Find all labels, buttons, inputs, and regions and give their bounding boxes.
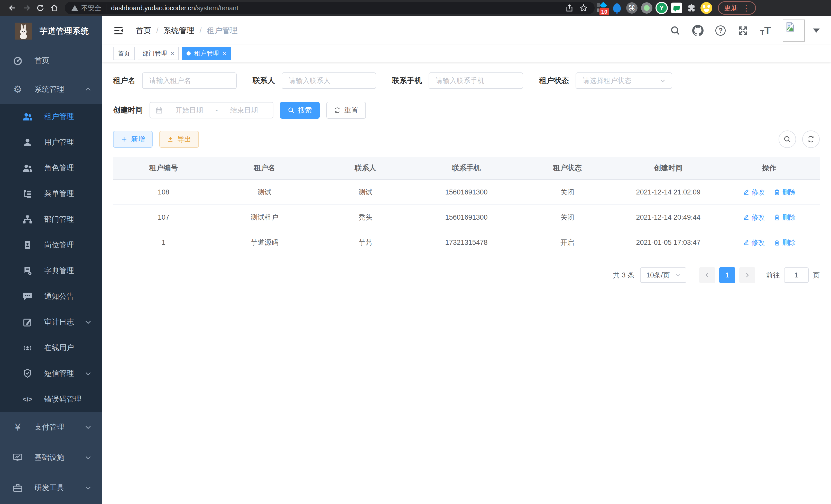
breadcrumb-home[interactable]: 首页 xyxy=(136,25,151,36)
edit-icon xyxy=(743,214,749,221)
trash-icon xyxy=(774,239,780,246)
chevron-down-icon xyxy=(659,77,666,84)
sidebar-item-pay[interactable]: ¥ 支付管理 xyxy=(0,412,102,442)
edit-link[interactable]: 修改 xyxy=(743,238,765,247)
sidebar-item-post[interactable]: 岗位管理 xyxy=(0,232,102,258)
tenant-name-input[interactable] xyxy=(142,72,237,89)
col-header-name: 租户名 xyxy=(214,163,315,173)
goto-page-input[interactable] xyxy=(784,267,809,283)
extension-tag-assistant-icon[interactable]: 10 xyxy=(595,1,609,15)
security-label[interactable]: 不安全 xyxy=(81,4,101,12)
close-icon[interactable]: × xyxy=(223,50,226,57)
tab-tenant[interactable]: 租户管理 × xyxy=(182,47,231,60)
sidebar-item-online-user[interactable]: 在线用户 xyxy=(0,335,102,361)
active-dot xyxy=(187,51,191,56)
pagination-total: 共 3 条 xyxy=(613,270,634,280)
filter-row-1: 租户名 联系人 联系手机 租户状态 请选择租户状态 xyxy=(113,72,820,89)
sidebar-item-dict[interactable]: 字典管理 xyxy=(0,258,102,284)
sidebar-item-home[interactable]: 首页 xyxy=(0,46,102,75)
sidebar-item-role[interactable]: 角色管理 xyxy=(0,155,102,181)
table-header-row: 租户编号 租户名 联系人 联系手机 租户状态 创建时间 操作 xyxy=(113,157,820,180)
sidebar-item-system[interactable]: ⚙ 系统管理 xyxy=(0,75,102,104)
browser-reload-icon[interactable] xyxy=(33,2,47,14)
extension-chat-icon[interactable] xyxy=(669,1,684,15)
edit-link[interactable]: 修改 xyxy=(743,188,765,197)
reset-button[interactable]: 重置 xyxy=(326,102,366,119)
cell-id: 1 xyxy=(113,239,214,246)
edit-link[interactable]: 修改 xyxy=(743,213,765,222)
chat-bubble-icon xyxy=(22,291,33,302)
close-icon[interactable]: × xyxy=(171,50,174,57)
extension-emoji-icon[interactable] xyxy=(699,1,714,15)
sidebar-item-error-code[interactable]: </> 错误码管理 xyxy=(0,386,102,412)
browser-menu-icon[interactable]: ⋮ xyxy=(742,4,750,12)
page-number-button[interactable]: 1 xyxy=(719,267,735,283)
tab-home[interactable]: 首页 xyxy=(113,47,135,60)
chevron-down-icon xyxy=(84,423,92,431)
chevron-down-icon xyxy=(84,369,92,377)
delete-link[interactable]: 删除 xyxy=(774,188,796,197)
delete-link[interactable]: 删除 xyxy=(774,238,796,247)
sidebar-item-user[interactable]: 用户管理 xyxy=(0,129,102,155)
app-logo xyxy=(15,23,32,39)
browser-update-button[interactable]: 更新 ⋮ xyxy=(718,1,756,14)
extension-badge: 10 xyxy=(599,7,610,16)
browser-home-icon[interactable] xyxy=(47,2,61,14)
table-row[interactable]: 107 测试租户 秃头 15601691300 关闭 2021-12-14 20… xyxy=(113,205,820,230)
extension-y-icon[interactable]: Y xyxy=(654,1,669,15)
calendar-icon xyxy=(155,106,163,114)
sidebar-item-tenant[interactable]: 租户管理 xyxy=(0,104,102,129)
browser-forward-icon[interactable] xyxy=(20,2,33,14)
mobile-input[interactable] xyxy=(429,72,523,89)
share-icon[interactable] xyxy=(565,4,574,12)
fullscreen-icon[interactable] xyxy=(738,25,748,36)
contact-input[interactable] xyxy=(282,72,376,89)
sidebar-item-menu[interactable]: 菜单管理 xyxy=(0,181,102,207)
peoples-icon xyxy=(22,112,33,122)
delete-link[interactable]: 删除 xyxy=(774,213,796,222)
address-bar[interactable]: 不安全 dashboard.yudao.iocoder.cn/system/te… xyxy=(65,2,595,14)
next-page-button[interactable] xyxy=(739,267,755,283)
breadcrumb-system[interactable]: 系统管理 xyxy=(164,25,194,36)
sidebar-collapse-icon[interactable] xyxy=(113,25,124,36)
refresh-table-button[interactable] xyxy=(802,130,820,148)
show-search-toggle-button[interactable] xyxy=(779,130,796,148)
extensions-puzzle-icon[interactable] xyxy=(684,1,699,15)
sidebar-item-dev-tools[interactable]: 研发工具 xyxy=(0,473,102,503)
tag-view-bar: 首页 部门管理 × 租户管理 × xyxy=(102,45,831,62)
font-size-icon[interactable]: TT xyxy=(760,24,771,37)
help-icon[interactable]: ? xyxy=(715,25,726,36)
extension-balloon-icon[interactable] xyxy=(609,1,624,15)
table-row[interactable]: 1 芋道源码 芋艿 17321315478 开启 2021-01-05 17:0… xyxy=(113,230,820,255)
browser-back-icon[interactable] xyxy=(6,2,20,14)
export-button[interactable]: 导出 xyxy=(159,131,199,148)
log-edit-icon xyxy=(22,317,33,327)
search-button[interactable]: 搜索 xyxy=(280,102,320,119)
add-button[interactable]: 新增 xyxy=(113,131,153,148)
chevron-down-icon xyxy=(675,272,681,278)
tab-dept[interactable]: 部门管理 × xyxy=(138,47,179,60)
sidebar-item-dept[interactable]: 部门管理 xyxy=(0,207,102,232)
create-time-range-picker[interactable]: 开始日期 - 结束日期 xyxy=(149,102,274,118)
github-icon[interactable] xyxy=(692,25,704,36)
extension-command-icon[interactable]: ⌘ xyxy=(624,1,639,15)
header-search-icon[interactable] xyxy=(670,25,681,36)
bookmark-star-icon[interactable] xyxy=(579,4,588,12)
sidebar-item-infra[interactable]: 基础设施 xyxy=(0,442,102,473)
online-signal-icon xyxy=(22,343,33,353)
status-select[interactable]: 请选择租户状态 xyxy=(576,72,672,89)
cell-id: 107 xyxy=(113,213,214,221)
app-logo-row[interactable]: 芋道管理系统 xyxy=(0,16,102,46)
refresh-icon xyxy=(334,107,341,114)
avatar[interactable] xyxy=(783,20,805,41)
sidebar-item-audit-log[interactable]: 审计日志 xyxy=(0,309,102,335)
sidebar-item-sms[interactable]: 短信管理 xyxy=(0,361,102,386)
table-row[interactable]: 108 测试 测试 15601691300 关闭 2021-12-14 21:0… xyxy=(113,180,820,205)
extension-recorder-icon[interactable] xyxy=(639,1,654,15)
avatar-caret-icon[interactable] xyxy=(813,29,820,33)
filter-row-2: 创建时间 开始日期 - 结束日期 搜索 重置 xyxy=(113,102,820,119)
prev-page-button[interactable] xyxy=(699,267,715,283)
contact-label: 联系人 xyxy=(253,76,275,86)
sidebar-item-notice[interactable]: 通知公告 xyxy=(0,284,102,309)
page-size-select[interactable]: 10条/页 xyxy=(640,267,686,283)
